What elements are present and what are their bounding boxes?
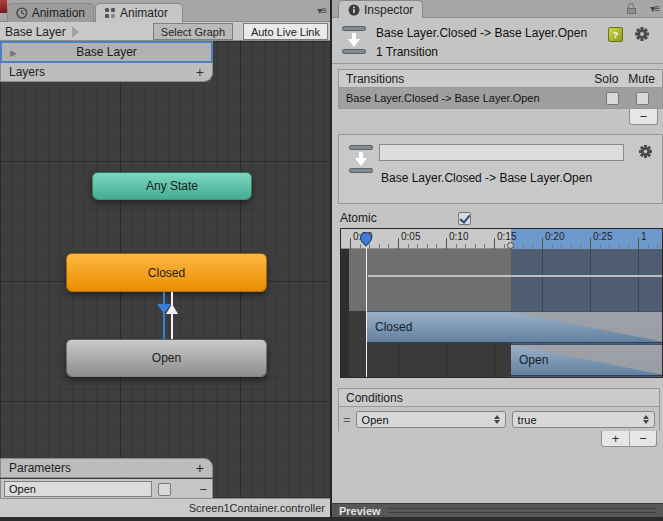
transition-detail-label: Base Layer.Closed -> Base Layer.Open: [381, 171, 592, 185]
transition-title: Base Layer.Closed -> Base Layer.Open: [376, 26, 587, 40]
animator-icon: [104, 7, 116, 19]
conditions-box: Conditions = Open true: [338, 388, 660, 431]
mute-checkbox[interactable]: [636, 92, 649, 105]
mute-column-label: Mute: [628, 72, 655, 86]
tick-label: 1: [641, 231, 647, 242]
playhead-line: [366, 247, 367, 378]
parameter-name-input[interactable]: [4, 481, 152, 497]
timeline-ruler[interactable]: 0:00 0:05 0:10 0:15 0:20 0:25 1: [341, 229, 662, 249]
tab-animation-label: Animation: [32, 6, 85, 20]
transition-detail-icon: [349, 145, 373, 173]
track-open: Open: [341, 344, 663, 376]
transitions-box: Transitions Solo Mute Base Layer.Closed …: [338, 69, 663, 109]
state-bar-closed[interactable]: Closed: [367, 311, 663, 343]
atomic-label: Atomic: [340, 211, 377, 225]
add-layer-button[interactable]: +: [196, 64, 204, 80]
preview-bar[interactable]: Preview: [332, 503, 663, 517]
unity-editor-window: Animation Animator ▾≡ Base Layer Select …: [0, 0, 663, 521]
select-graph-button[interactable]: Select Graph: [153, 23, 233, 40]
controller-path-label: Screen1Container.controller: [189, 502, 325, 514]
node-closed[interactable]: Closed: [66, 253, 267, 292]
tab-inspector-label: Inspector: [364, 3, 413, 17]
track-closed: Closed: [341, 311, 663, 343]
transition-timeline[interactable]: 0:00 0:05 0:10 0:15 0:20 0:25 1 Closed O…: [340, 228, 663, 378]
remove-transition-button[interactable]: −: [630, 109, 657, 124]
transition-start-handle[interactable]: [507, 242, 514, 249]
lock-icon[interactable]: [627, 4, 637, 14]
controller-status-bar: Screen1Container.controller: [0, 498, 330, 517]
window-bottom-edge: [0, 517, 663, 521]
condition-value-dropdown[interactable]: true: [512, 411, 655, 428]
transition-icon: [342, 26, 366, 54]
transition-name-input[interactable]: [379, 144, 624, 161]
tab-inspector[interactable]: Inspector: [338, 0, 423, 18]
transition-arrow-open-to-closed[interactable]: [171, 292, 173, 339]
solo-checkbox[interactable]: [606, 92, 619, 105]
layer-expand-triangle-icon[interactable]: ▶: [10, 48, 17, 58]
add-parameter-button[interactable]: +: [196, 460, 204, 476]
state-machine-canvas[interactable]: ▶ Base Layer Layers + Any State Closed O…: [0, 41, 330, 498]
solo-column-label: Solo: [594, 72, 618, 86]
inspector-menu-icon[interactable]: ▾≡: [650, 3, 659, 14]
breadcrumb[interactable]: Base Layer: [5, 25, 66, 39]
layer-item-base-layer[interactable]: ▶ Base Layer: [0, 41, 213, 63]
clock-icon: [16, 7, 28, 19]
breadcrumb-chevron-icon: [72, 26, 79, 38]
transition-count: 1 Transition: [376, 45, 438, 59]
dropdown-arrows-icon: [638, 415, 649, 424]
tick-label: 0:15: [497, 231, 516, 242]
condition-parameter-dropdown[interactable]: Open: [356, 411, 506, 428]
conditions-footer: + −: [601, 431, 657, 447]
atomic-row: Atomic: [340, 210, 655, 226]
condition-row: = Open true: [339, 407, 659, 432]
info-icon: [348, 4, 360, 16]
gear-icon[interactable]: [635, 27, 649, 43]
parameters-header: Parameters +: [0, 458, 213, 478]
help-book-icon[interactable]: ?: [608, 27, 623, 42]
layers-bar: Layers +: [0, 63, 213, 82]
preview-label: Preview: [339, 505, 381, 517]
remove-parameter-button[interactable]: −: [199, 482, 209, 497]
tab-animator-label: Animator: [120, 6, 168, 20]
transitions-list-footer: −: [629, 109, 658, 125]
transition-arrow-closed-to-open[interactable]: [163, 292, 165, 339]
animator-tabbar: Animation Animator ▾≡: [0, 0, 330, 22]
inspector-pane: Inspector ▾≡ Base Layer.Closed -> Base L…: [332, 0, 663, 521]
layer-item-label: Base Layer: [76, 45, 137, 59]
preview-drag-lines: [388, 508, 656, 513]
drag-handle-icon[interactable]: =: [343, 412, 350, 427]
add-condition-button[interactable]: +: [602, 431, 629, 446]
tab-animator[interactable]: Animator: [95, 3, 183, 22]
atomic-checkbox[interactable]: [458, 212, 471, 225]
parameter-row: −: [0, 479, 213, 498]
conditions-header: Conditions: [339, 389, 659, 407]
blend-weight-line: [368, 275, 662, 277]
closed-fadeout-wedge: [511, 312, 663, 342]
animator-toolbar: Base Layer Select Graph Auto Live Link: [0, 22, 330, 41]
transitions-header: Transitions Solo Mute: [339, 70, 662, 88]
parameter-bool-checkbox[interactable]: [158, 483, 171, 496]
node-any-state[interactable]: Any State: [92, 172, 252, 200]
tick-label: 0:10: [449, 231, 468, 242]
animator-pane: Animation Animator ▾≡ Base Layer Select …: [0, 0, 330, 521]
state-bar-open[interactable]: Open: [511, 344, 663, 376]
dock-accent-red: [0, 0, 7, 13]
inspector-header: Base Layer.Closed -> Base Layer.Open 1 T…: [332, 18, 663, 64]
tick-label: 0:25: [593, 231, 612, 242]
transition-arrowhead-up-icon: [166, 304, 178, 314]
detail-gear-icon[interactable]: [639, 145, 652, 160]
inspector-tabbar: Inspector ▾≡: [332, 0, 663, 18]
layers-label: Layers: [9, 65, 45, 79]
transition-detail-box: Base Layer.Closed -> Base Layer.Open: [338, 134, 663, 204]
auto-live-link-button[interactable]: Auto Live Link: [243, 23, 328, 40]
transition-list-row[interactable]: Base Layer.Closed -> Base Layer.Open: [339, 88, 662, 108]
tick-label: 0:20: [545, 231, 564, 242]
dropdown-arrows-icon: [489, 415, 500, 424]
pane-menu-icon[interactable]: ▾≡: [317, 5, 326, 16]
tab-animation[interactable]: Animation: [7, 3, 94, 22]
tick-label: 0:05: [401, 231, 420, 242]
node-open[interactable]: Open: [66, 339, 267, 377]
remove-condition-button[interactable]: −: [629, 431, 656, 446]
